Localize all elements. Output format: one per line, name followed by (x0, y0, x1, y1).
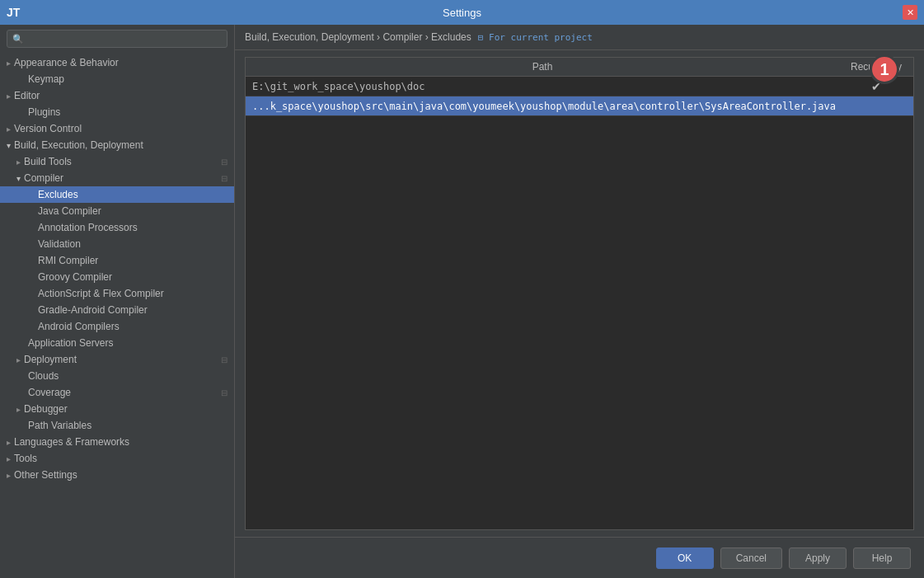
breadcrumb-path: Build, Execution, Deployment › Compiler … (245, 31, 471, 43)
arrow-icon: ▸ (7, 92, 11, 101)
sidebar-item-label: Appearance & Behavior (14, 57, 119, 68)
content-area: Build, Execution, Deployment › Compiler … (235, 25, 924, 578)
sidebar-item-plugins[interactable]: Plugins (0, 104, 234, 120)
ok-button[interactable]: OK (656, 547, 714, 569)
arrow-icon: ▸ (16, 355, 21, 364)
search-icon: 🔍 (12, 34, 24, 45)
sidebar-item-label: Gradle-Android Compiler (38, 304, 148, 316)
copy-icon: ⊟ (221, 174, 227, 183)
sidebar-item-label: Java Compiler (38, 205, 101, 217)
arrow-icon: ▸ (7, 59, 11, 68)
sidebar-item-debugger[interactable]: ▸Debugger (0, 401, 234, 417)
sidebar-item-tools[interactable]: ▸Tools (0, 450, 234, 467)
sidebar-item-label: Compiler (24, 172, 63, 184)
sidebar-item-actionscript-flex[interactable]: ActionScript & Flex Compiler (0, 285, 234, 302)
sidebar-item-version-control[interactable]: ▸Version Control (0, 120, 234, 137)
sidebar-item-annotation-processors[interactable]: Annotation Processors (0, 219, 234, 236)
copy-icon: ⊟ (221, 388, 227, 397)
arrow-icon: ▾ (7, 141, 11, 150)
sidebar-item-label: Excludes (38, 189, 78, 200)
search-input[interactable] (27, 33, 222, 45)
title-bar: JT Settings ✕ (0, 0, 924, 25)
table-cell-path: E:\git_work_space\youshop\doc (246, 78, 839, 95)
sidebar-item-label: Application Servers (28, 337, 113, 349)
sidebar-item-label: Clouds (28, 370, 59, 382)
project-label: ⊟ For current project (478, 32, 593, 43)
arrow-icon: ▸ (16, 405, 21, 414)
copy-icon: ⊟ (221, 157, 227, 167)
sidebar-item-validation[interactable]: Validation (0, 236, 234, 252)
sidebar-item-label: Editor (14, 90, 40, 101)
sidebar-item-label: RMI Compiler (38, 255, 98, 266)
sidebar-item-other-settings[interactable]: ▸Other Settings (0, 467, 234, 483)
sidebar-item-appearance[interactable]: ▸Appearance & Behavior (0, 54, 234, 71)
sidebar-item-deployment[interactable]: ▸Deployment⊟ (0, 351, 234, 368)
sidebar-item-label: Tools (14, 453, 37, 464)
table-header: Path Recursively (246, 58, 913, 77)
sidebar-item-keymap[interactable]: Keymap (0, 71, 234, 87)
apply-button[interactable]: Apply (789, 547, 847, 569)
breadcrumb: Build, Execution, Deployment › Compiler … (235, 25, 924, 50)
sidebar-item-label: Groovy Compiler (38, 271, 112, 283)
window-title: Settings (443, 7, 481, 19)
sidebar-item-label: ActionScript & Flex Compiler (38, 288, 164, 299)
sidebar-item-rmi-compiler[interactable]: RMI Compiler (0, 252, 234, 269)
copy-icon: ⊟ (221, 355, 227, 364)
sidebar-item-label: Validation (38, 238, 81, 250)
sidebar-item-path-variables[interactable]: Path Variables (0, 417, 234, 434)
sidebar: 🔍 ▸Appearance & BehaviorKeymap▸EditorPlu… (0, 25, 235, 578)
app-logo: JT (7, 6, 20, 19)
arrow-icon: ▸ (7, 471, 11, 480)
close-button[interactable]: ✕ (903, 5, 917, 20)
table-row[interactable]: ...k_space\youshop\src\main\java\com\you… (246, 96, 913, 116)
search-box[interactable]: 🔍 (7, 30, 227, 48)
sidebar-item-build-exec-deploy[interactable]: ▾Build, Execution, Deployment (0, 137, 234, 153)
badge-1: 1 (870, 54, 899, 84)
sidebar-item-label: Android Compilers (38, 321, 120, 332)
sidebar-item-java-compiler[interactable]: Java Compiler (0, 203, 234, 219)
sidebar-item-application-servers[interactable]: Application Servers (0, 335, 234, 351)
table-row[interactable]: E:\git_work_space\youshop\doc✔ (246, 77, 913, 96)
sidebar-item-label: Build, Execution, Deployment (14, 139, 143, 151)
cancel-button[interactable]: Cancel (720, 547, 782, 569)
path-header: Path (246, 61, 839, 73)
sidebar-item-groovy-compiler[interactable]: Groovy Compiler (0, 269, 234, 285)
table-body: E:\git_work_space\youshop\doc✔...k_space… (246, 77, 913, 529)
sidebar-item-label: Languages & Frameworks (14, 436, 129, 448)
sidebar-item-coverage[interactable]: Coverage⊟ (0, 384, 234, 401)
sidebar-item-label: Keymap (28, 73, 64, 85)
sidebar-item-android-compilers[interactable]: Android Compilers (0, 318, 234, 335)
sidebar-item-build-tools[interactable]: ▸Build Tools⊟ (0, 153, 234, 170)
sidebar-item-label: Plugins (28, 106, 60, 118)
sidebar-item-compiler[interactable]: ▾Compiler⊟ (0, 170, 234, 186)
help-button[interactable]: Help (853, 547, 911, 569)
sidebar-item-label: Debugger (24, 403, 68, 415)
sidebar-item-editor[interactable]: ▸Editor (0, 87, 234, 104)
arrow-icon: ▾ (16, 174, 21, 183)
arrow-icon: ▸ (16, 157, 21, 167)
sidebar-item-label: Build Tools (24, 156, 72, 167)
bottom-bar: OK Cancel Apply Help (235, 537, 924, 578)
sidebar-item-excludes[interactable]: Excludes (0, 186, 234, 203)
sidebar-item-label: Annotation Processors (38, 222, 138, 233)
sidebar-item-label: Coverage (28, 387, 71, 398)
excludes-table: Path Recursively E:\git_work_space\yoush… (245, 57, 914, 530)
sidebar-item-label: Version Control (14, 123, 82, 134)
arrow-icon: ▸ (7, 454, 11, 463)
sidebar-item-label: Other Settings (14, 469, 77, 481)
sidebar-item-label: Deployment (24, 354, 77, 365)
table-cell-path: ...k_space\youshop\src\main\java\com\you… (246, 98, 842, 115)
sidebar-item-clouds[interactable]: Clouds (0, 368, 234, 384)
arrow-icon: ▸ (7, 438, 11, 447)
nav-tree: ▸Appearance & BehaviorKeymap▸EditorPlugi… (0, 53, 234, 485)
sidebar-item-label: Path Variables (28, 420, 91, 431)
sidebar-item-gradle-android[interactable]: Gradle-Android Compiler (0, 302, 234, 318)
arrow-icon: ▸ (7, 125, 11, 134)
sidebar-item-languages-frameworks[interactable]: ▸Languages & Frameworks (0, 434, 234, 450)
